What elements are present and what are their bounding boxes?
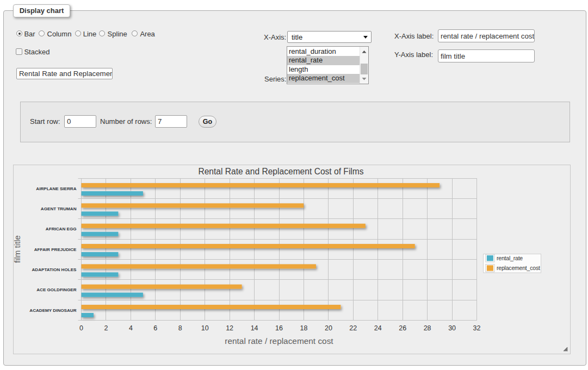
svg-text:0: 0 [79,324,83,332]
svg-text:AGENT TRUMAN: AGENT TRUMAN [41,206,77,211]
svg-text:rental_rate: rental_rate [497,255,523,261]
svg-text:18: 18 [300,324,307,332]
svg-text:ACADEMY DINOSAUR: ACADEMY DINOSAUR [29,308,76,313]
svg-text:ADAPTATION HOLES: ADAPTATION HOLES [32,267,77,272]
svg-text:AFFAIR PREJUDICE: AFFAIR PREJUDICE [34,247,77,252]
svg-text:AIRPLANE SIERRA: AIRPLANE SIERRA [36,186,76,191]
svg-text:28: 28 [424,324,431,332]
svg-text:2: 2 [104,324,108,332]
svg-text:ACE GOLDFINGER: ACE GOLDFINGER [36,287,76,292]
svg-text:4: 4 [129,324,133,332]
svg-text:32: 32 [473,324,481,332]
svg-text:AFRICAN EGG: AFRICAN EGG [46,227,77,231]
svg-text:film title: film title [14,235,22,263]
svg-text:Rental Rate and Replacement Co: Rental Rate and Replacement Cost of Film… [198,167,363,176]
svg-text:26: 26 [399,324,406,332]
svg-text:30: 30 [448,324,456,332]
svg-text:16: 16 [275,324,283,332]
svg-text:rental rate / replacement cost: rental rate / replacement cost [225,336,333,346]
svg-text:20: 20 [325,324,332,332]
svg-text:14: 14 [251,324,258,332]
svg-text:24: 24 [374,324,382,332]
svg-text:12: 12 [226,324,233,332]
svg-text:6: 6 [153,324,157,332]
svg-text:10: 10 [201,324,209,332]
svg-text:replacement_cost: replacement_cost [497,265,540,271]
svg-text:8: 8 [178,324,182,332]
svg-text:22: 22 [349,324,357,332]
